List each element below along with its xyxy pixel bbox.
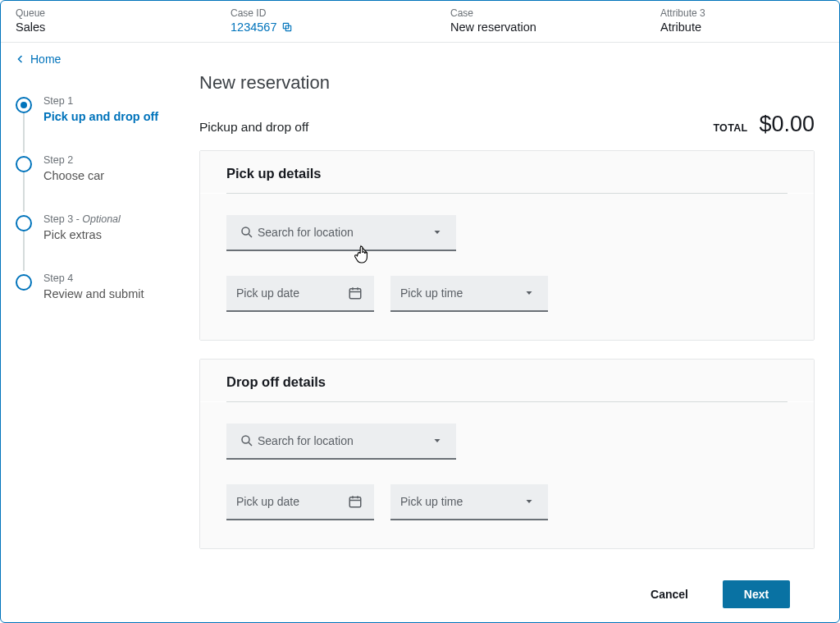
svg-marker-4 <box>435 231 441 234</box>
dropoff-time-input[interactable]: Pick up time <box>390 484 548 520</box>
chevron-down-icon <box>428 436 446 446</box>
caseid-label: Case ID <box>231 7 442 19</box>
dropoff-date-input[interactable]: Pick up date <box>226 484 374 520</box>
pickup-time-input[interactable]: Pick up time <box>390 276 548 312</box>
chevron-down-icon <box>520 288 538 298</box>
svg-marker-9 <box>527 291 532 295</box>
svg-line-3 <box>249 234 252 237</box>
step-dot-icon <box>16 215 32 231</box>
step-dot-icon <box>16 274 32 291</box>
case-value: New reservation <box>450 21 652 34</box>
attr-label: Attribute 3 <box>660 7 824 19</box>
attr-value: Atribute <box>660 21 824 34</box>
pickup-date-input[interactable]: Pick up date <box>226 276 374 312</box>
chevron-left-icon <box>16 54 25 64</box>
queue-value: Sales <box>16 21 222 34</box>
pickup-card-title: Pick up details <box>226 166 788 181</box>
step-nav: Step 1 Pick up and drop off Step 2 Choos… <box>1 71 199 622</box>
step-4[interactable]: Step 4 Review and submit <box>16 273 191 309</box>
pickup-card: Pick up details Search for location <box>199 150 815 341</box>
cancel-button[interactable]: Cancel <box>634 580 705 608</box>
breadcrumb-home[interactable]: Home <box>16 53 61 66</box>
search-icon <box>236 225 258 240</box>
copy-icon[interactable] <box>281 21 293 33</box>
page-title: New reservation <box>199 72 815 94</box>
section-subtitle: Pickup and drop off <box>199 120 308 135</box>
header-bar: Queue Sales Case ID 1234567 Case New res… <box>1 1 839 43</box>
dropoff-card-title: Drop off details <box>226 374 788 390</box>
queue-label: Queue <box>16 7 222 19</box>
chevron-down-icon <box>428 227 446 237</box>
step-dot-icon <box>16 97 32 113</box>
case-label: Case <box>450 7 652 19</box>
breadcrumb-label: Home <box>30 53 61 66</box>
svg-line-11 <box>249 442 252 446</box>
svg-point-10 <box>242 436 249 443</box>
svg-point-2 <box>242 227 249 235</box>
calendar-icon <box>346 286 364 300</box>
step-dot-icon <box>16 156 32 172</box>
svg-rect-5 <box>349 289 361 299</box>
total-label: TOTAL <box>713 122 747 134</box>
step-2[interactable]: Step 2 Choose car <box>16 154 191 190</box>
step-3[interactable]: Step 3 - Optional Pick extras <box>16 213 191 250</box>
next-button[interactable]: Next <box>723 580 790 608</box>
dropoff-card: Drop off details Search for location <box>199 359 815 549</box>
total-value: $0.00 <box>759 112 815 137</box>
pickup-location-input[interactable]: Search for location <box>226 215 456 251</box>
caseid-link[interactable]: 1234567 <box>231 21 442 34</box>
svg-marker-12 <box>435 439 441 442</box>
search-icon <box>236 433 258 448</box>
svg-marker-17 <box>527 500 532 503</box>
step-1[interactable]: Step 1 Pick up and drop off <box>16 95 191 131</box>
chevron-down-icon <box>520 497 538 506</box>
svg-rect-13 <box>349 497 361 507</box>
calendar-icon <box>346 494 364 509</box>
dropoff-location-input[interactable]: Search for location <box>226 424 456 460</box>
caseid-value: 1234567 <box>231 21 276 34</box>
